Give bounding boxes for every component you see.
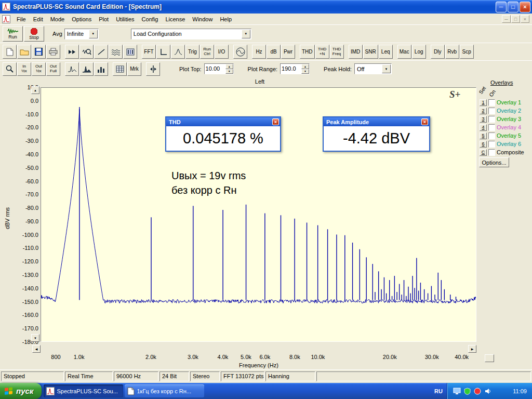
taskbar-task-1[interactable]: SpectraPLUS-SC Sou...	[44, 384, 123, 397]
plot-range-input[interactable]	[281, 64, 301, 73]
peak-amplitude-window[interactable]: Peak Amplitude × -4.42 dBV	[323, 116, 430, 152]
thd-vs-freq-button[interactable]: THDFreq	[330, 45, 344, 59]
overlay-set-1-button[interactable]: 1	[480, 99, 487, 106]
grid-toggle-button[interactable]	[113, 62, 127, 76]
child-restore-button[interactable]: □	[511, 15, 520, 23]
overlay-set-6-button[interactable]: 6	[480, 141, 487, 148]
time-series-view-button[interactable]	[79, 45, 94, 59]
overlay-on-c-checkbox[interactable]	[488, 149, 495, 156]
zoom-mode-button[interactable]	[3, 62, 17, 76]
overlay-options-button[interactable]: Options...	[479, 157, 509, 167]
leq-button[interactable]: Leq	[379, 45, 393, 59]
overlay-on-2-checkbox[interactable]	[488, 108, 495, 114]
scaling-button[interactable]	[156, 45, 170, 59]
menu-license[interactable]: License	[162, 15, 189, 24]
menu-options[interactable]: Options	[68, 15, 95, 24]
overlay-set-c-button[interactable]: C	[480, 149, 487, 156]
plot-range-spin-up-icon[interactable]: ▲	[301, 64, 309, 69]
post-process-button[interactable]	[65, 45, 79, 59]
overlay-on-1-checkbox[interactable]	[488, 99, 495, 106]
minimize-button[interactable]: ─	[496, 2, 507, 12]
logging-button[interactable]: Log	[412, 45, 426, 59]
save-file-button[interactable]	[32, 45, 46, 59]
macro-button[interactable]: Mac	[397, 45, 411, 59]
zoom-out-full-button[interactable]: OutFull	[46, 62, 60, 76]
volume-icon[interactable]	[484, 387, 492, 395]
imd-button[interactable]: IMD	[349, 45, 363, 59]
print-button[interactable]	[46, 45, 60, 59]
display-icon[interactable]	[453, 387, 461, 395]
stop-button[interactable]: Stop	[24, 26, 44, 42]
y-scroll-down-icon[interactable]: ▼	[31, 334, 39, 342]
overlay-set-2-button[interactable]: 2	[480, 108, 487, 114]
overlay-on-3-checkbox[interactable]	[488, 116, 495, 123]
units-db-button[interactable]: dB	[267, 45, 281, 59]
menu-edit[interactable]: Edit	[30, 15, 47, 24]
close-button[interactable]: ×	[520, 2, 530, 12]
maximize-button[interactable]: □	[508, 2, 518, 12]
signal-generator-button[interactable]	[233, 45, 247, 59]
overlay-set-5-button[interactable]: 5	[480, 132, 487, 139]
new-file-button[interactable]	[3, 45, 17, 59]
open-file-button[interactable]	[17, 45, 31, 59]
shield-icon[interactable]	[463, 387, 471, 395]
avg-dropdown-icon[interactable]: ▼	[89, 30, 98, 38]
units-hz-button[interactable]: Hz	[252, 45, 266, 59]
run-control-button[interactable]: RunCtrl	[200, 45, 214, 59]
io-options-button[interactable]: I/O	[215, 45, 229, 59]
marker-mode-button[interactable]	[146, 62, 160, 76]
x-scroll-left-icon[interactable]: ◀	[32, 345, 41, 353]
thd-window[interactable]: THD × 0.045178 %	[165, 116, 281, 152]
menu-config[interactable]: Config	[138, 15, 162, 24]
thd-window-close-icon[interactable]: ×	[272, 118, 279, 125]
overlay-on-4-checkbox[interactable]	[488, 124, 495, 131]
axis-settings-button[interactable]	[485, 354, 494, 362]
triggering-button[interactable]: Trig	[185, 45, 200, 59]
overlay-set-3-button[interactable]: 3	[480, 116, 487, 123]
zoom-in-2x-button[interactable]: In½x	[17, 62, 31, 76]
fft-settings-button[interactable]: FFT	[142, 45, 156, 59]
thd-button[interactable]: THD	[300, 45, 315, 59]
overlay-on-5-checkbox[interactable]	[488, 132, 495, 139]
scope-button[interactable]: Scp	[460, 45, 474, 59]
units-power-button[interactable]: Pwr	[281, 45, 295, 59]
peak-hold-combobox[interactable]: Off ▼	[354, 63, 392, 74]
y-scroll-up-icon[interactable]: ▲	[31, 86, 39, 94]
menu-help[interactable]: Help	[216, 15, 235, 24]
menu-file[interactable]: File	[13, 15, 30, 24]
child-minimize-button[interactable]: ─	[502, 15, 511, 23]
plot-top-spin-up-icon[interactable]: ▲	[225, 64, 233, 69]
line-plot-style-button[interactable]	[65, 62, 79, 76]
filled-plot-style-button[interactable]	[79, 62, 94, 76]
plot-top-input[interactable]	[205, 64, 225, 73]
x-scroll-right-icon[interactable]: ▶	[468, 345, 476, 353]
plot-range-spin-down-icon[interactable]: ▼	[301, 69, 309, 74]
overlay-on-6-checkbox[interactable]	[488, 141, 495, 148]
spectrogram-view-button[interactable]	[123, 45, 137, 59]
weighting-button[interactable]	[171, 45, 185, 59]
zoom-out-2x-button[interactable]: Out½x	[32, 62, 46, 76]
start-button[interactable]: пуск	[0, 383, 42, 399]
run-button[interactable]: Run	[3, 26, 23, 42]
load-configuration-dropdown-icon[interactable]: ▼	[242, 30, 250, 38]
thd-plus-n-button[interactable]: THD+N	[315, 45, 329, 59]
overlay-set-4-button[interactable]: 4	[480, 124, 487, 131]
menu-mode[interactable]: Mode	[47, 15, 69, 24]
peak-amplitude-window-titlebar[interactable]: Peak Amplitude ×	[324, 117, 429, 126]
taskbar-task-2[interactable]: 1кГц без корр с Rн...	[125, 384, 204, 397]
phase-view-button[interactable]	[94, 45, 108, 59]
child-close-button[interactable]: ×	[521, 15, 529, 23]
surface-view-button[interactable]	[109, 45, 123, 59]
delay-finder-button[interactable]: Dly	[431, 45, 445, 59]
peak-amplitude-window-close-icon[interactable]: ×	[421, 118, 428, 125]
menu-utilities[interactable]: Utilities	[112, 15, 138, 24]
snr-button[interactable]: SNR	[363, 45, 378, 59]
menu-window[interactable]: Window	[189, 15, 216, 24]
update-icon[interactable]	[473, 387, 482, 395]
menu-plot[interactable]: Plot	[95, 15, 112, 24]
reverb-button[interactable]: Rvb	[445, 45, 459, 59]
avg-combobox[interactable]: Infinite ▼	[64, 29, 99, 39]
bar-plot-style-button[interactable]	[94, 62, 108, 76]
plot-top-spin-down-icon[interactable]: ▼	[225, 69, 233, 74]
load-configuration-combobox[interactable]: Load Configuration ▼	[131, 29, 251, 39]
